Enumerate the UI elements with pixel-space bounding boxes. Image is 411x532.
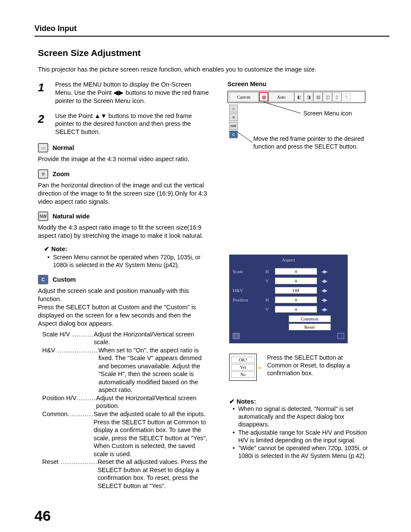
aspect-position-v: V 0 ◀▶: [233, 305, 344, 314]
tab-icon-screen: ▦: [259, 92, 268, 102]
def-common: Common............ Save the adjusted sca…: [42, 410, 210, 458]
tab-icon-2: ◨: [304, 92, 313, 102]
aspect-position-h-value: 0: [275, 296, 317, 303]
notes2-b1: When no signal is detected, "Normal" is …: [233, 405, 374, 429]
mode-nw-row: NW Natural wide: [38, 212, 210, 221]
confirm-box: OK? Yes⇐ No: [229, 354, 257, 381]
tab-icon-3: ▤: [313, 92, 323, 102]
step-2: 2 Use the Point ▲▼ buttons to move the r…: [38, 112, 210, 137]
mode-normal-row: ▭ Normal: [38, 143, 210, 152]
mode-nw-label: Natural wide: [53, 213, 90, 220]
natural-wide-icon: NW: [38, 212, 48, 221]
notes2-b2: The adjustable range for Scale H/V and P…: [233, 429, 374, 444]
aspect-position-h: PositionH 0 ◀▶: [233, 295, 344, 305]
def-scale-hv: Scale H/V .......... Adjust the Horizont…: [42, 330, 210, 346]
step-1: 1 Press the MENU button to display the O…: [38, 81, 210, 105]
definitions-list: Scale H/V .......... Adjust the Horizont…: [42, 330, 210, 490]
aspect-common-button: Common: [289, 315, 331, 322]
step-2-text: Use the Point ▲▼ buttons to move the red…: [55, 112, 210, 137]
running-head: Video Input: [34, 24, 389, 37]
aspect-title: Aspect: [233, 257, 344, 262]
note1-body: Screen Menu cannot be operated when 720p…: [47, 253, 210, 269]
aspect-scale-h: ScaleH 0 ◀▶: [233, 267, 344, 276]
notes2-b3: "Wide" cannot be operated when 720p, 103…: [233, 444, 374, 460]
aspect-reset-button: Reset: [289, 324, 331, 330]
step-number-1: 1: [38, 81, 48, 105]
mode-zoom-desc: Pan the horizontal direction of the imag…: [38, 181, 210, 206]
aspect-hv: H&V Off ◀▶: [233, 286, 344, 295]
step-number-2: 2: [38, 112, 48, 137]
arrows-icon: ◀▶: [317, 307, 331, 312]
left-column: 1 Press the MENU button to display the O…: [38, 81, 210, 490]
aspect-scale-v-value: 0: [275, 277, 317, 284]
side-icon-zoom: ⊕: [229, 113, 238, 121]
mode-zoom-row: ⊕ Zoom: [38, 169, 210, 179]
tab-icon-5: ▯: [332, 92, 342, 102]
arrows-icon: ◀▶: [317, 278, 331, 284]
arrows-icon: ◀▶: [317, 269, 331, 274]
tab-custom: Custom: [229, 92, 259, 102]
screen-menu-side-icons: ▭ ⊕ NW C: [229, 105, 238, 138]
notes-block-2: Notes: When no signal is detected, "Norm…: [229, 398, 374, 460]
aspect-corner-left-icon: [233, 333, 240, 339]
section-title: Screen Size Adjustment: [38, 48, 389, 58]
note1-head: Note:: [44, 245, 210, 253]
zoom-icon: ⊕: [38, 169, 48, 179]
right-column: Screen Menu Custom ▦ Auto ◧ ◨ ▤ ◫ ▯ ✎: [227, 81, 374, 490]
confirm-ok-label: OK?: [231, 357, 255, 363]
notes2-head: Notes:: [229, 398, 374, 405]
def-position-hv: Position H/V......... Adjust the Horizon…: [42, 394, 210, 410]
page-number: 46: [34, 507, 51, 524]
arrows-icon: ◀▶: [317, 288, 331, 293]
def-reset: Reset ................. Reset the all ad…: [42, 458, 210, 490]
svg-line-0: [264, 102, 301, 113]
mode-custom-desc: Adjust the screen scale and position man…: [38, 287, 210, 327]
annot-move-pointer: Move the red frame pointer to the desire…: [253, 135, 365, 150]
aspect-dialog: Aspect ScaleH 0 ◀▶ V 0 ◀▶ H&V Off ◀▶: [229, 255, 348, 343]
tab-icon-1: ◧: [294, 92, 304, 102]
normal-icon: ▭: [38, 143, 48, 152]
screen-menu-graphic: Custom ▦ Auto ◧ ◨ ▤ ◫ ▯ ✎: [227, 91, 365, 103]
confirm-no: No: [231, 371, 255, 378]
side-icon-nw: NW: [229, 122, 238, 130]
side-icon-custom: C: [229, 131, 238, 138]
aspect-hv-value: Off: [275, 287, 317, 294]
step-1-text: Press the MENU button to display the On-…: [55, 81, 210, 105]
screen-menu-head: Screen Menu: [227, 81, 374, 87]
aspect-scale-h-value: 0: [275, 268, 317, 275]
side-icon-normal: ▭: [229, 105, 238, 112]
def-hv: H&V ................... When set to "On"…: [42, 346, 210, 394]
tab-icon-4: ◫: [323, 92, 332, 102]
mode-normal-desc: Provide the image at the 4:3 normal vide…: [38, 155, 210, 163]
confirm-yes: Yes⇐: [231, 364, 255, 370]
intro-text: This projector has the picture screen re…: [38, 66, 389, 73]
tab-auto: Auto: [268, 92, 294, 102]
mode-zoom-label: Zoom: [53, 171, 69, 177]
confirm-text: Press the SELECT button at Common or Res…: [267, 354, 362, 377]
mode-normal-label: Normal: [53, 144, 74, 151]
aspect-corner-right-icon: [337, 333, 344, 339]
aspect-scale-v: V 0 ◀▶: [233, 276, 344, 286]
custom-icon: C: [38, 275, 48, 284]
annot-screen-menu-icon: Screen Menu icon: [303, 110, 352, 117]
mode-custom-label: Custom: [53, 276, 76, 283]
arrows-icon: ◀▶: [317, 297, 331, 303]
tab-icon-6: ✎: [342, 92, 351, 102]
aspect-position-v-value: 0: [275, 306, 317, 313]
mode-nw-desc: Modify the 4:3 aspect ratio image to fit…: [38, 224, 210, 240]
mode-custom-row: C Custom: [38, 275, 210, 284]
svg-line-1: [238, 132, 252, 143]
arrow-left-icon: ⇐: [258, 365, 262, 371]
note-block-1: Note: Screen Menu cannot be operated whe…: [44, 245, 210, 269]
